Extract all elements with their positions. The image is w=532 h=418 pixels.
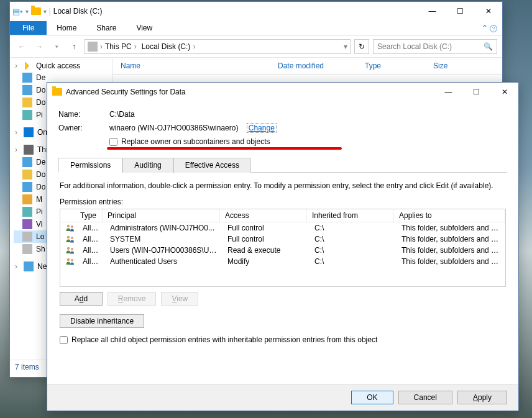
col-applies[interactable]: Applies to (394, 209, 505, 222)
back-button[interactable]: ← (15, 40, 29, 53)
quick-access-icon (24, 61, 32, 70)
col-date[interactable]: Date modified (270, 60, 357, 71)
tabs: Permissions Auditing Effective Access (58, 157, 507, 173)
documents-icon (22, 98, 32, 107)
name-value: C:\Data (109, 110, 135, 119)
ribbon: File Home Share View ⌃ ? (10, 20, 502, 35)
folder-icon (52, 88, 62, 96)
address-box[interactable]: › This PC Local Disk (C:) ▾ (85, 39, 351, 54)
minimize-button[interactable]: — (418, 2, 446, 20)
forward-button[interactable]: → (32, 40, 46, 53)
apply-button[interactable]: Apply (457, 391, 507, 404)
title-dropdown-icon[interactable]: ▾ (44, 8, 47, 15)
ribbon-view[interactable]: View (126, 21, 162, 35)
videos-icon (22, 219, 32, 229)
downloads-icon (22, 182, 32, 192)
status-count: 7 items (15, 363, 39, 371)
permissions-label: Permission entries: (60, 198, 506, 206)
search-icon[interactable]: 🔍 (484, 42, 493, 51)
col-inherited[interactable]: Inherited from (307, 209, 394, 222)
tab-effective-access[interactable]: Effective Access (173, 158, 251, 173)
owner-label: Owner: (58, 124, 109, 132)
replace-child-label: Replace all child object permission entr… (71, 335, 377, 344)
breadcrumb-root-dropdown[interactable]: › (100, 42, 103, 51)
explorer-titlebar: ▤▪ ▾ ▾ | Local Disk (C:) — ☐ ✕ (10, 2, 502, 20)
table-row[interactable]: AllowAdministrators (WIN-OJ7HO0...Full c… (60, 222, 505, 234)
svg-point-7 (71, 259, 73, 261)
refresh-button[interactable]: ↻ (354, 39, 369, 54)
table-row[interactable]: AllowUsers (WIN-OJ7HO00386S\Us...Read & … (60, 245, 505, 256)
svg-point-6 (67, 258, 70, 261)
window-title: Local Disk (C:) (53, 7, 103, 16)
col-size[interactable]: Size (426, 60, 482, 71)
users-icon (65, 234, 75, 244)
users-icon (65, 245, 75, 255)
svg-point-3 (71, 237, 73, 239)
tab-auditing[interactable]: Auditing (122, 158, 173, 173)
owner-value: winaero (WIN-OJ7HO00386S\winaero) (109, 124, 238, 132)
pc-icon (24, 145, 34, 155)
cancel-button[interactable]: Cancel (398, 391, 452, 404)
permissions-table: Type Principal Access Inherited from App… (60, 209, 506, 287)
tab-permissions[interactable]: Permissions (58, 158, 122, 173)
desktop-icon (22, 73, 32, 83)
app-icon: ▤▪ (12, 7, 23, 16)
replace-owner-checkbox[interactable] (109, 138, 117, 146)
highlight-line (107, 147, 342, 150)
maximize-button[interactable]: ☐ (446, 2, 474, 20)
pictures-icon (22, 110, 32, 120)
dialog-close-button[interactable]: ✕ (490, 83, 518, 101)
documents-icon (22, 170, 32, 179)
col-type[interactable]: Type (60, 209, 103, 222)
drive-icon (22, 244, 32, 254)
dialog-minimize-button[interactable]: — (434, 83, 462, 101)
svg-point-4 (67, 247, 70, 250)
ribbon-home[interactable]: Home (47, 21, 86, 35)
replace-child-checkbox[interactable] (60, 336, 68, 344)
search-box[interactable]: 🔍 (373, 39, 497, 54)
search-input[interactable] (377, 42, 484, 51)
address-dropdown-icon[interactable]: ▾ (344, 42, 347, 51)
close-button[interactable]: ✕ (474, 2, 502, 20)
permissions-description: For additional information, double-click… (60, 181, 506, 190)
ribbon-share[interactable]: Share (86, 21, 126, 35)
up-button[interactable]: ↑ (67, 40, 81, 53)
dialog-titlebar: Advanced Security Settings for Data — ☐ … (47, 83, 518, 101)
change-owner-link[interactable]: Change (247, 123, 277, 133)
ok-button[interactable]: OK (351, 391, 393, 404)
col-access[interactable]: Access (220, 209, 307, 222)
svg-point-1 (71, 225, 73, 228)
col-type[interactable]: Type (357, 60, 426, 71)
recent-dropdown-icon[interactable]: ▾ (50, 40, 63, 53)
users-icon (65, 257, 75, 266)
drive-icon (22, 232, 32, 242)
file-columns: Name Date modified Type Size (113, 58, 502, 75)
remove-button: Remove (108, 292, 157, 306)
dialog-buttons: OK Cancel Apply (47, 384, 518, 411)
folder-icon (31, 7, 41, 15)
quick-access-dropdown-icon[interactable]: ▾ (25, 8, 29, 15)
music-icon (22, 194, 32, 204)
ribbon-expand-icon[interactable]: ⌃ ? (482, 24, 502, 32)
table-row[interactable]: AllowAuthenticated UsersModifyC:\This fo… (60, 256, 505, 267)
downloads-icon (22, 85, 32, 95)
security-dialog: Advanced Security Settings for Data — ☐ … (47, 82, 519, 411)
pictures-icon (22, 207, 32, 217)
disable-inheritance-button[interactable]: Disable inheritance (60, 314, 144, 328)
view-button: View (161, 292, 198, 306)
network-icon (24, 261, 34, 271)
ribbon-file[interactable]: File (10, 21, 47, 35)
table-row[interactable]: AllowSYSTEMFull controlC:\This folder, s… (60, 234, 505, 245)
drive-icon (88, 42, 98, 52)
address-bar: ← → ▾ ↑ › This PC Local Disk (C:) ▾ ↻ 🔍 (10, 35, 502, 58)
breadcrumb-disk[interactable]: Local Disk (C:) (142, 42, 198, 51)
svg-point-0 (67, 225, 70, 227)
dialog-title: Advanced Security Settings for Data (66, 88, 186, 96)
col-principal[interactable]: Principal (103, 209, 220, 222)
col-name[interactable]: Name (113, 60, 270, 71)
name-label: Name: (58, 110, 109, 119)
breadcrumb-pc[interactable]: This PC (105, 42, 139, 51)
dialog-maximize-button[interactable]: ☐ (462, 83, 490, 101)
sidebar-quick-access[interactable]: Quick access (14, 60, 109, 71)
add-button[interactable]: _Add_ (60, 292, 103, 306)
